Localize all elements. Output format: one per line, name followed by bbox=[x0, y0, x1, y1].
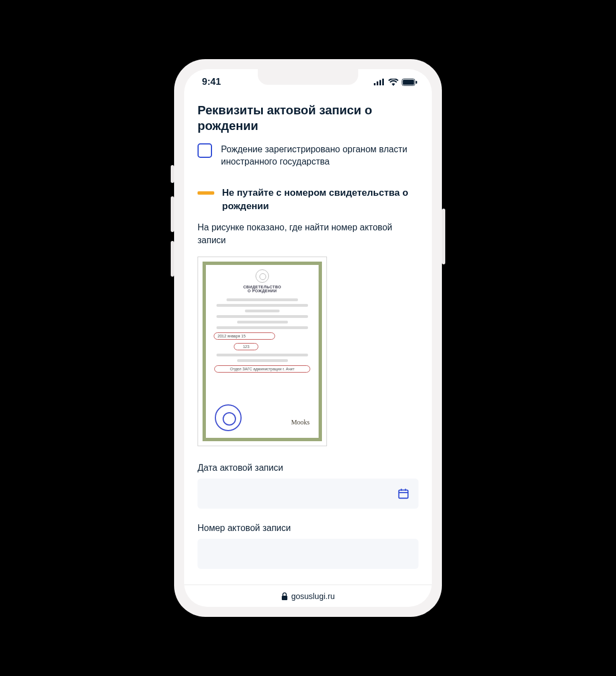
battery-icon bbox=[402, 79, 417, 86]
skeleton-line bbox=[216, 315, 308, 318]
record-date-input[interactable] bbox=[198, 479, 418, 509]
foreign-registered-checkbox[interactable] bbox=[198, 143, 212, 158]
stamp-icon bbox=[215, 404, 242, 431]
skeleton-line bbox=[227, 298, 297, 301]
calendar-icon[interactable] bbox=[397, 487, 410, 500]
signature: Mooks bbox=[291, 418, 310, 427]
svg-rect-1 bbox=[377, 81, 378, 85]
foreign-registered-label: Рождение зарегистрировано органом власти… bbox=[221, 143, 418, 168]
record-date-label: Дата актовой записи bbox=[198, 463, 418, 473]
record-number-input[interactable] bbox=[198, 539, 418, 569]
status-time: 9:41 bbox=[202, 76, 221, 88]
skeleton-line bbox=[216, 354, 308, 356]
volume-up-button bbox=[171, 196, 174, 232]
foreign-registered-checkbox-row[interactable]: Рождение зарегистрировано органом власти… bbox=[198, 143, 418, 168]
url-text: gosuslugi.ru bbox=[291, 592, 335, 601]
skeleton-line bbox=[216, 304, 308, 307]
certificate-date-highlight: 2012 января 15 bbox=[214, 332, 275, 340]
screen: 9:41 Реквизиты актовой записи о рождении… bbox=[184, 69, 432, 607]
skeleton-line bbox=[237, 359, 288, 362]
certificate-dept-highlight: Отдел ЗАГС администрации г. Ачит bbox=[214, 365, 311, 373]
certificate-emblem-icon bbox=[256, 269, 269, 283]
skeleton-line bbox=[216, 326, 308, 329]
certificate-illustration: СВИДЕТЕЛЬСТВОО РОЖДЕНИИ 2012 января 15 1… bbox=[198, 257, 327, 446]
svg-rect-6 bbox=[416, 81, 417, 84]
svg-rect-5 bbox=[403, 80, 414, 85]
certificate-title: СВИДЕТЕЛЬСТВОО РОЖДЕНИИ bbox=[211, 285, 313, 293]
phone-frame: 9:41 Реквизиты актовой записи о рождении… bbox=[174, 59, 442, 617]
hint-text: На рисунке показано, где найти номер акт… bbox=[198, 221, 418, 247]
skeleton-line bbox=[245, 310, 280, 312]
svg-rect-2 bbox=[379, 80, 381, 86]
skeleton-line bbox=[237, 321, 288, 323]
content[interactable]: Реквизиты актовой записи о рождении Рожд… bbox=[184, 95, 432, 585]
lock-icon bbox=[281, 592, 288, 600]
certificate-number-highlight: 123 bbox=[234, 343, 258, 350]
wifi-icon bbox=[388, 79, 398, 86]
page-title: Реквизиты актовой записи о рождении bbox=[198, 103, 418, 133]
volume-down-button bbox=[171, 241, 174, 277]
warning-block: Не путайте с номером свидетельства о рож… bbox=[198, 186, 418, 213]
browser-url-bar[interactable]: gosuslugi.ru bbox=[184, 585, 432, 607]
side-button bbox=[171, 165, 174, 183]
svg-rect-11 bbox=[282, 596, 287, 600]
cellular-icon bbox=[374, 79, 385, 85]
warning-accent-bar bbox=[198, 191, 214, 195]
warning-title: Не путайте с номером свидетельства о рож… bbox=[222, 186, 418, 213]
svg-rect-3 bbox=[382, 79, 384, 85]
status-icons bbox=[374, 79, 417, 86]
record-number-label: Номер актовой записи bbox=[198, 523, 418, 533]
power-button bbox=[442, 209, 445, 264]
svg-rect-7 bbox=[399, 490, 408, 499]
svg-rect-0 bbox=[374, 83, 376, 85]
notch bbox=[258, 69, 358, 85]
